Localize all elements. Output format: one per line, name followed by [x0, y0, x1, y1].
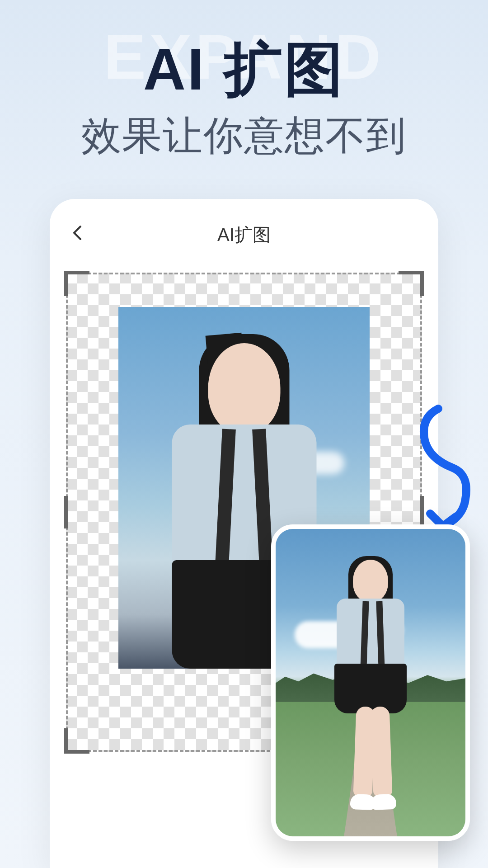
- headline-sub-text: 效果让你意想不到: [0, 109, 488, 163]
- headline-container: AI 扩图 效果让你意想不到: [0, 0, 488, 163]
- curly-arrow-icon: [398, 400, 488, 544]
- chevron-left-icon: [71, 224, 84, 242]
- phone-header: AI扩图: [66, 219, 422, 264]
- headline-main-text: AI 扩图: [0, 34, 488, 104]
- phone-screen-title: AI扩图: [217, 222, 271, 247]
- result-person: [314, 560, 427, 821]
- result-preview-card: [271, 524, 470, 841]
- back-button[interactable]: [71, 224, 84, 246]
